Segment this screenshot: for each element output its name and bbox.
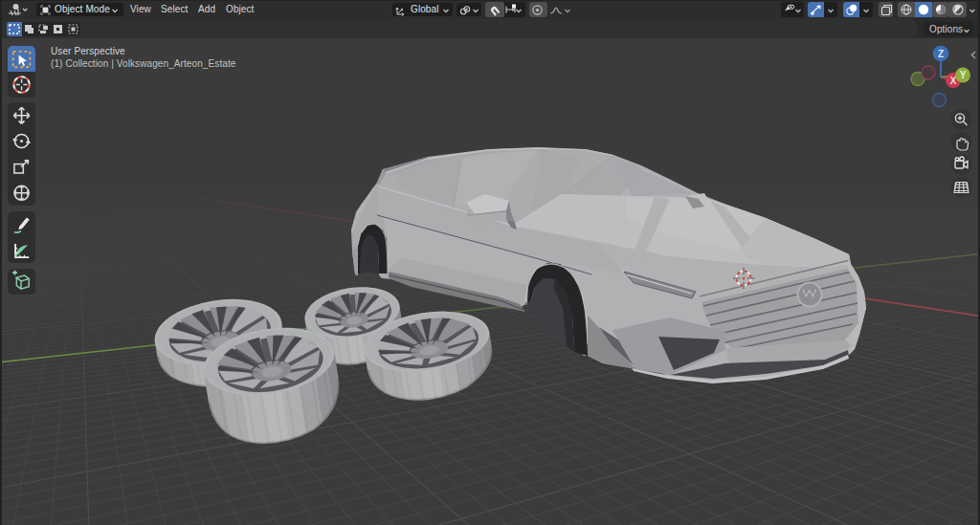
svg-text:Y: Y <box>960 70 967 80</box>
svg-text:Z: Z <box>938 49 944 59</box>
